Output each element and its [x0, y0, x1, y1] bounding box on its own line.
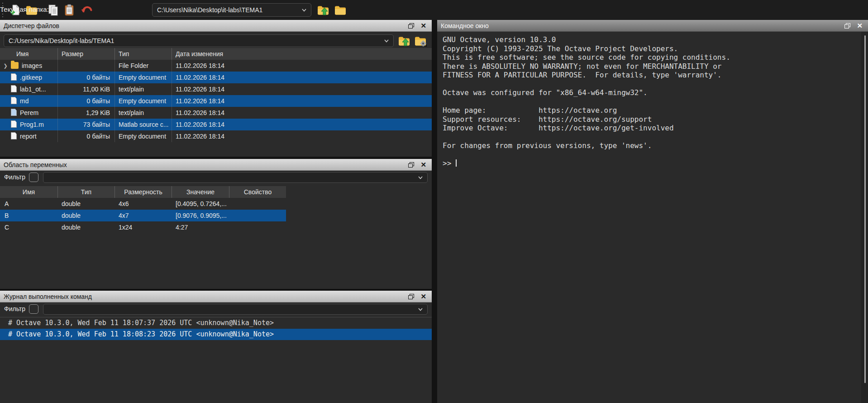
close-icon[interactable]: ✕ [420, 293, 426, 300]
undock-icon[interactable] [408, 294, 414, 299]
variable-dims-cell: 4x6 [115, 198, 172, 210]
column-header-attr[interactable]: Свойство [229, 186, 286, 198]
table-row[interactable]: Bdouble4x7[0.9076, 0.9095,... [0, 210, 432, 221]
file-date-cell: 11.02.2026 18:14 [172, 83, 432, 95]
column-header-type[interactable]: Тип [115, 48, 172, 60]
file-date-cell: 11.02.2026 18:14 [172, 119, 432, 130]
table-row[interactable]: report0 байтыEmpty document11.02.2026 18… [0, 130, 432, 142]
file-manager-titlebar[interactable]: Диспетчер файлов ✕ [0, 20, 432, 32]
column-header-dims[interactable]: Размерность [115, 186, 172, 198]
browse-folder-icon[interactable] [334, 4, 347, 16]
file-name-cell: md [0, 95, 58, 107]
close-icon[interactable]: ✕ [420, 161, 426, 168]
table-row[interactable]: lab1_ot...11,00 KiBtext/plain11.02.2026 … [0, 83, 432, 95]
table-row[interactable]: Cdouble1x244:27 [0, 221, 432, 233]
variable-type-cell: double [58, 198, 115, 210]
variable-name-cell: A [0, 198, 58, 210]
history-list: # Octave 10.3.0, Wed Feb 11 18:07:37 202… [0, 317, 432, 340]
expand-chevron-icon[interactable]: ❯ [0, 60, 11, 72]
undock-icon[interactable] [844, 23, 850, 29]
file-date-cell: 11.02.2026 18:14 [172, 60, 432, 72]
column-header-type[interactable]: Тип [58, 186, 115, 198]
history-filter-combobox[interactable] [43, 304, 428, 315]
workspace-filter-label: Фильтр [4, 173, 25, 181]
file-path-value: C:/Users/Nika/Desktop/it-labs/TEMA1 [4, 37, 384, 44]
file-icon [11, 73, 17, 81]
table-row[interactable]: Prog1.m73 байтыMatlab source c...11.02.2… [0, 119, 432, 130]
history-filter-checkbox[interactable] [29, 304, 38, 314]
folder-up-icon[interactable] [317, 4, 329, 16]
workspace-filter-combobox[interactable] [43, 172, 428, 183]
vertical-scrollbar[interactable] [861, 32, 868, 403]
chevron-down-icon [301, 7, 307, 13]
close-icon[interactable]: ✕ [857, 22, 863, 29]
file-manager-panel: Диспетчер файлов ✕ C:/Users/Nika/Desktop… [0, 20, 432, 157]
file-size-cell: 0 байты [58, 72, 115, 83]
list-item[interactable]: # Octave 10.3.0, Wed Feb 11 18:07:37 202… [0, 317, 432, 329]
file-icon [11, 132, 17, 139]
scrollbar-thumb[interactable] [864, 35, 866, 383]
command-window-content[interactable]: GNU Octave, version 10.3.0 Copyright (C)… [437, 32, 868, 403]
file-name-label: Prog1.m [20, 119, 44, 130]
command-window-titlebar[interactable]: Командное окно ✕ [437, 20, 868, 32]
file-name-label: Perem [20, 107, 38, 119]
file-name-label: images [22, 60, 42, 72]
file-path-combobox[interactable]: C:/Users/Nika/Desktop/it-labs/TEMA1 [4, 34, 394, 47]
variable-dims-cell: 4x7 [115, 210, 172, 221]
console-prompt: >> [443, 159, 451, 168]
expand-chevron-icon [0, 95, 11, 107]
history-titlebar[interactable]: Журнал выполненных команд ✕ [0, 291, 432, 302]
column-header-name[interactable]: Имя [0, 48, 58, 60]
variable-dims-cell: 1x24 [115, 221, 172, 233]
workspace-filter-checkbox[interactable] [29, 173, 38, 182]
text-cursor [456, 159, 457, 167]
variable-attr-cell [229, 198, 286, 210]
undock-icon[interactable] [408, 162, 414, 168]
table-row[interactable]: .gitkeep0 байтыEmpty document11.02.2026 … [0, 72, 432, 83]
column-header-size[interactable]: Размер [58, 48, 115, 60]
toolbar-path-combobox[interactable]: C:\Users\Nika\Desktop\it-labs\TEMA1 [152, 3, 311, 17]
workspace-table-header[interactable]: Имя Тип Размерность Значение Свойство [0, 186, 286, 198]
variable-name-cell: B [0, 210, 58, 221]
close-icon[interactable]: ✕ [420, 22, 426, 29]
workspace-title: Область переменных [4, 161, 408, 168]
chevron-down-icon [418, 175, 423, 180]
expand-chevron-icon [0, 119, 11, 130]
undo-icon[interactable] [81, 4, 93, 16]
variable-value-cell: [0.4095, 0.7264,... [172, 198, 229, 210]
column-header-value[interactable]: Значение [172, 186, 229, 198]
file-date-cell: 11.02.2026 18:14 [172, 72, 432, 83]
column-header-name[interactable]: Имя [0, 186, 58, 198]
file-icon [11, 97, 17, 104]
variable-name-cell: C [0, 221, 58, 233]
folder-icon [11, 62, 19, 69]
table-row[interactable]: Adouble4x6[0.4095, 0.7264,... [0, 198, 432, 210]
expand-chevron-icon [0, 72, 11, 83]
current-folder-label: Текущая папка: [0, 5, 49, 13]
expand-chevron-icon [0, 83, 11, 95]
command-window-panel: Командное окно ✕ GNU Octave, version 10.… [437, 20, 868, 403]
command-window-title: Командное окно [441, 22, 844, 29]
file-name-label: report [20, 130, 37, 142]
column-header-date[interactable]: Дата изменения [172, 48, 432, 60]
file-type-cell: Empty document [115, 72, 172, 83]
table-row[interactable]: ❯imagesFile Folder11.02.2026 18:14 [0, 60, 432, 72]
undock-icon[interactable] [408, 23, 414, 29]
expand-chevron-icon [0, 130, 11, 142]
folder-actions-icon[interactable] [414, 34, 427, 47]
table-row[interactable]: Perem1,29 KiBtext/plain11.02.2026 18:14 [0, 107, 432, 119]
copy-icon[interactable] [47, 4, 60, 16]
variable-value-cell: [0.9076, 0.9095,... [172, 210, 229, 221]
command-history-panel: Журнал выполненных команд ✕ Фильтр # Oct… [0, 291, 432, 403]
toolbar-path-value: C:\Users\Nika\Desktop\it-labs\TEMA1 [153, 6, 301, 14]
paste-icon[interactable] [63, 4, 76, 16]
table-row[interactable]: md0 байтыEmpty document11.02.2026 18:14 [0, 95, 432, 107]
file-name-cell: .gitkeep [0, 72, 58, 83]
folder-up-icon[interactable] [397, 34, 411, 47]
file-name-cell: lab1_ot... [0, 83, 58, 95]
file-date-cell: 11.02.2026 18:14 [172, 95, 432, 107]
workspace-titlebar[interactable]: Область переменных ✕ [0, 159, 432, 171]
file-table-header[interactable]: Имя Размер Тип Дата изменения [0, 48, 432, 60]
file-type-cell: Empty document [115, 95, 172, 107]
list-item[interactable]: # Octave 10.3.0, Wed Feb 11 18:08:23 202… [0, 329, 432, 340]
